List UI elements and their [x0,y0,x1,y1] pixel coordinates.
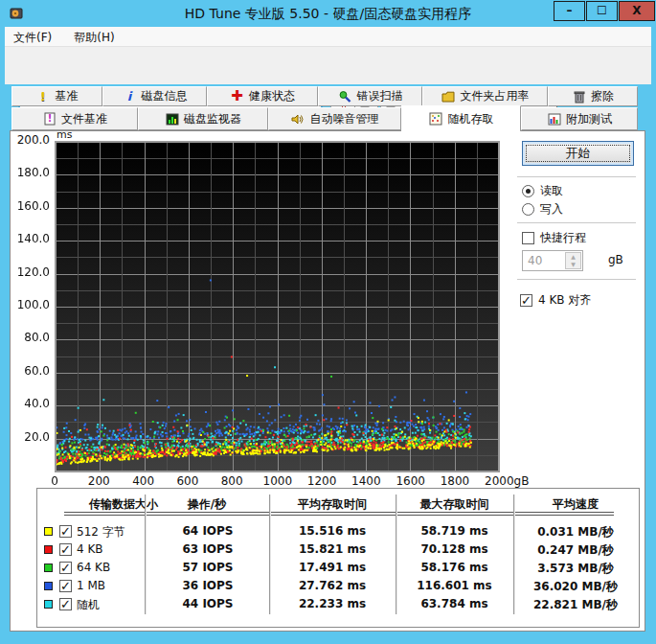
maximize-button[interactable]: ☐ [586,1,618,21]
table-row-512 字节: 512 字节64 IOPS15.516 ms58.719 ms0.031 MB/… [37,523,641,541]
align-row[interactable]: 4 KB 对齐 [520,292,591,309]
iops-value: 63 IOPS [150,542,265,556]
write-radio[interactable] [522,203,534,216]
info-icon: i [123,89,137,104]
x-tick-label: 400 [130,474,157,488]
short-stroke-checkbox[interactable] [522,232,534,244]
tab-label: 基准 [56,88,79,104]
iops-value: 57 IOPS [150,561,265,574]
avg-speed-value: 36.020 MB/秒 [516,579,635,595]
tab-随机存取[interactable]: 随机存取 [401,105,521,131]
tab-基准[interactable]: !基准 [11,86,102,106]
table-row-随机: 随机44 IOPS22.233 ms63.784 ms22.821 MB/秒 [37,596,641,614]
y-axis-unit-label: ms [57,128,72,141]
short-stroke-row[interactable]: 快捷行程 [522,230,586,246]
separator [517,222,636,224]
y-tick-label: 40.0 [8,397,50,410]
avg-access-value: 15.821 ms [275,542,390,556]
spinner-down-icon[interactable]: ▼ [571,261,576,268]
close-button[interactable]: X [619,1,655,21]
iops-value: 64 IOPS [150,524,265,538]
minimize-button[interactable]: – [554,1,585,21]
tab-label: 文件夹占用率 [461,88,530,104]
tab-擦除[interactable]: 擦除 [548,86,638,106]
start-button[interactable]: 开始 [522,141,634,166]
tab-label: 错误扫描 [357,88,403,104]
app-window: HD Tune 专业版 5.50 - 硬盘/固态硬盘实用程序 – ☐ X 文件(… [0,0,656,644]
folder-icon [441,89,456,104]
results-table: 传输数据大小 操作/秒 平均存取时间 最大存取时间 平均速度 512 字节64 … [36,488,640,628]
table-row-4 KB: 4 KB63 IOPS15.821 ms70.128 ms0.247 MB/秒 [37,541,641,560]
focus-rect [526,145,630,162]
random-access-scatter-chart [55,141,500,472]
x-tick-label: 1200 [307,474,334,488]
iops-value: 44 IOPS [150,597,265,610]
write-radio-row[interactable]: 写入 [522,201,563,218]
read-label: 读取 [540,183,563,199]
tab-label: 自动噪音管理 [310,111,379,127]
tab-label: 擦除 [591,88,614,104]
series-checkbox[interactable] [59,525,72,538]
x-tick-label: 800 [218,474,245,488]
tab-磁盘信息[interactable]: i磁盘信息 [102,86,207,106]
col-header-max: 最大存取时间 [396,496,513,513]
series-label: 1 MB [77,579,105,592]
x-tick-label: 1600 [396,474,422,488]
y-tick-label: 180.0 [8,166,50,179]
spinner-up-icon[interactable]: ▲ [571,253,576,261]
tab-附加测试[interactable]: 附加测试 [521,107,638,130]
series-checkbox[interactable] [59,562,72,574]
x-tick-label: 0 [41,474,68,488]
avg-speed-value: 3.573 MB/秒 [516,561,635,577]
col-header-speed: 平均速度 [513,496,638,513]
tab-label: 文件基准 [61,111,107,127]
tab-label: 健康状态 [249,88,295,104]
tab-label: 随机存取 [448,111,494,127]
short-stroke-size-spinner[interactable]: 40 ▲▼ [522,250,583,271]
tab-label: 附加测试 [566,111,612,127]
y-tick-label: 100.0 [8,298,50,311]
col-header-avg: 平均存取时间 [269,496,396,513]
x-tick-label: 1000 [263,474,290,488]
col-header-iops: 操作/秒 [145,496,269,513]
tab-健康状态[interactable]: ✚健康状态 [207,86,318,106]
align-4kb-label: 4 KB 对齐 [538,292,591,309]
x-tick-label: 1800 [441,474,467,488]
tab-文件基准[interactable]: !文件基准 [11,107,138,130]
read-radio-row[interactable]: 读取 [522,183,563,199]
magnifier-icon [338,89,352,104]
short-stroke-unit-label: gB [608,253,623,266]
extra-tests-icon [547,112,561,126]
tab-文件夹占用率[interactable]: 文件夹占用率 [422,86,548,106]
title-bar[interactable]: HD Tune 专业版 5.50 - 硬盘/固态硬盘实用程序 – ☐ X [0,0,656,27]
spinner-arrows[interactable]: ▲▼ [565,252,581,269]
max-access-value: 58.719 ms [399,524,509,538]
menu-file[interactable]: 文件(F) [5,28,60,48]
table-row-64 KB: 64 KB57 IOPS17.491 ms58.176 ms3.573 MB/秒 [37,560,641,578]
short-stroke-size-value: 40 [528,254,542,267]
series-checkbox[interactable] [59,543,72,556]
read-radio[interactable] [522,185,534,197]
tab-磁盘监视器[interactable]: 磁盘监视器 [138,107,268,130]
tab-自动噪音管理[interactable]: 自动噪音管理 [268,107,401,130]
separator [517,279,636,281]
svg-text:!: ! [47,113,52,124]
tab-label: 磁盘监视器 [184,111,241,127]
avg-access-value: 27.762 ms [275,579,390,592]
y-tick-label: 20.0 [8,430,50,444]
series-label: 64 KB [77,561,110,574]
scatter-dots-icon [429,112,443,126]
max-access-value: 63.784 ms [399,597,509,610]
series-checkbox[interactable] [59,598,72,610]
avg-access-value: 15.516 ms [275,524,390,538]
tab-错误扫描[interactable]: 错误扫描 [318,86,422,106]
y-tick-label: 80.0 [8,331,50,344]
series-label: 512 字节 [77,524,125,540]
series-color-swatch [44,564,53,572]
series-checkbox[interactable] [59,580,72,592]
y-tick-label: 120.0 [8,265,50,279]
align-4kb-checkbox[interactable] [520,294,532,307]
series-label: 4 KB [77,542,103,556]
menu-help[interactable]: 帮助(H) [65,28,123,48]
max-access-value: 58.176 ms [399,561,509,574]
